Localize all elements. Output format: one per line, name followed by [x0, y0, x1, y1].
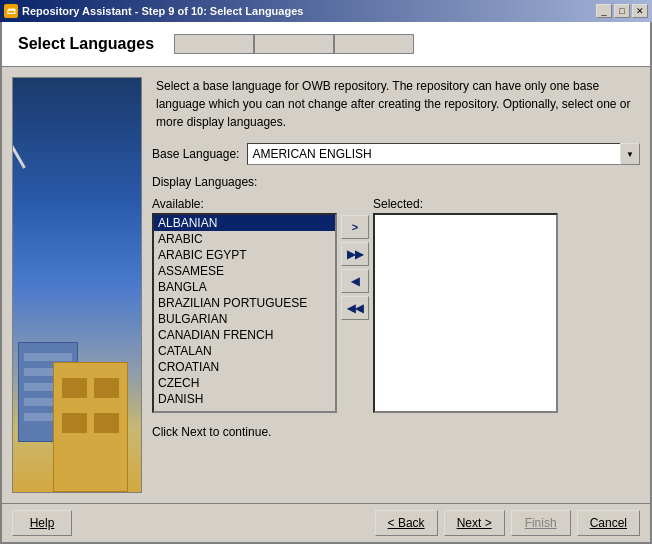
- footer-text: Click Next to continue.: [152, 425, 640, 439]
- bottom-bar: Help < Back Next > Finish Cancel: [2, 503, 650, 542]
- base-language-select[interactable]: AMERICAN ENGLISH ARABIC CHINESE FRENCH G…: [247, 143, 640, 165]
- building-tan: [53, 362, 128, 492]
- available-list-container: Available: ALBANIAN ARABIC ARABIC EGYPT …: [152, 197, 337, 413]
- cancel-button[interactable]: Cancel: [577, 510, 640, 536]
- next-button[interactable]: Next >: [444, 510, 505, 536]
- description-text: Select a base language for OWB repositor…: [152, 77, 640, 131]
- selected-label: Selected:: [373, 197, 558, 211]
- page-title: Select Languages: [18, 35, 154, 53]
- header-tabs: [174, 34, 414, 54]
- list-item[interactable]: BRAZILIAN PORTUGUESE: [154, 295, 335, 311]
- title-bar: 🗃 Repository Assistant - Step 9 of 10: S…: [0, 0, 652, 22]
- display-languages-label: Display Languages:: [152, 175, 640, 189]
- finish-button[interactable]: Finish: [511, 510, 571, 536]
- list-item[interactable]: CATALAN: [154, 343, 335, 359]
- list-item[interactable]: DANISH: [154, 391, 335, 407]
- header-bar: Select Languages: [2, 22, 650, 67]
- available-listbox[interactable]: ALBANIAN ARABIC ARABIC EGYPT ASSAMESE BA…: [154, 215, 335, 411]
- selected-listbox[interactable]: [373, 213, 558, 413]
- help-button[interactable]: Help: [12, 510, 72, 536]
- wand-decoration: [12, 98, 26, 169]
- list-item[interactable]: BANGLA: [154, 279, 335, 295]
- header-tab-3: [334, 34, 414, 54]
- title-bar-controls: _ □ ✕: [596, 4, 648, 18]
- title-bar-text: Repository Assistant - Step 9 of 10: Sel…: [22, 5, 303, 17]
- remove-one-button[interactable]: ◀: [341, 269, 369, 293]
- back-button[interactable]: < Back: [375, 510, 438, 536]
- base-language-label: Base Language:: [152, 147, 239, 161]
- add-one-button[interactable]: >: [341, 215, 369, 239]
- right-panel: Select a base language for OWB repositor…: [152, 77, 640, 493]
- buildings-decoration: [13, 312, 141, 492]
- close-button[interactable]: ✕: [632, 4, 648, 18]
- list-item[interactable]: CANADIAN FRENCH: [154, 327, 335, 343]
- title-bar-icon: 🗃: [4, 4, 18, 18]
- main-window: Select Languages Select a base language …: [0, 22, 652, 544]
- available-label: Available:: [152, 197, 337, 211]
- transfer-buttons: > ▶▶ ◀ ◀◀: [341, 215, 369, 320]
- selected-list-container: Selected:: [373, 197, 558, 413]
- list-item[interactable]: ARABIC EGYPT: [154, 247, 335, 263]
- list-item[interactable]: BULGARIAN: [154, 311, 335, 327]
- base-language-row: Base Language: AMERICAN ENGLISH ARABIC C…: [152, 143, 640, 165]
- left-panel: [12, 77, 142, 493]
- list-item[interactable]: CZECH: [154, 375, 335, 391]
- maximize-button[interactable]: □: [614, 4, 630, 18]
- remove-all-button[interactable]: ◀◀: [341, 296, 369, 320]
- minimize-button[interactable]: _: [596, 4, 612, 18]
- content-area: Select a base language for OWB repositor…: [2, 67, 650, 503]
- list-item[interactable]: ASSAMESE: [154, 263, 335, 279]
- header-tab-2: [254, 34, 334, 54]
- header-tab-1: [174, 34, 254, 54]
- available-listbox-wrapper: ALBANIAN ARABIC ARABIC EGYPT ASSAMESE BA…: [152, 213, 337, 413]
- base-language-select-wrapper: AMERICAN ENGLISH ARABIC CHINESE FRENCH G…: [247, 143, 640, 165]
- add-all-button[interactable]: ▶▶: [341, 242, 369, 266]
- list-item[interactable]: ARABIC: [154, 231, 335, 247]
- languages-transfer: Available: ALBANIAN ARABIC ARABIC EGYPT …: [152, 197, 640, 413]
- list-item[interactable]: CROATIAN: [154, 359, 335, 375]
- list-item[interactable]: ALBANIAN: [154, 215, 335, 231]
